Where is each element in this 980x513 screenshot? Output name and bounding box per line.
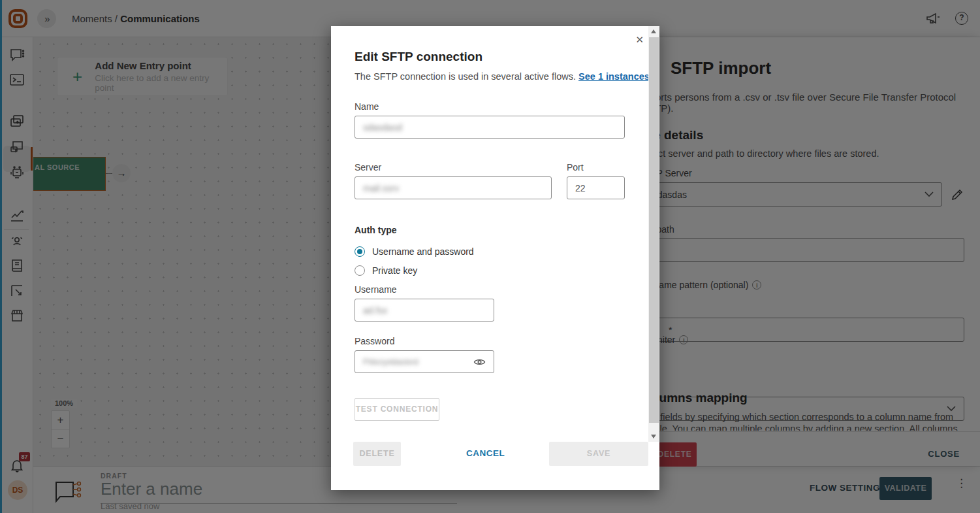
modal-subtitle: The SFTP connection is used in several a… <box>355 71 650 82</box>
scroll-down-arrow[interactable] <box>648 431 659 442</box>
auth-option-label: Private key <box>372 265 417 276</box>
auth-option-private-key[interactable]: Private key <box>355 265 417 276</box>
name-label: Name <box>355 101 379 112</box>
password-label: Password <box>355 336 394 346</box>
port-label: Port <box>567 162 584 173</box>
server-input[interactable]: mail.ssrv <box>355 176 552 199</box>
port-value: 22 <box>575 183 586 193</box>
username-value-redacted: ad.fsx <box>363 305 387 316</box>
edit-sftp-connection-modal: ✕ Edit SFTP connection The SFTP connecti… <box>331 26 659 490</box>
modal-save-button[interactable]: SAVE <box>549 442 648 466</box>
password-value-redacted: Fhbcryxldastxrd <box>363 357 419 367</box>
radio-unselected-icon[interactable] <box>355 265 365 276</box>
auth-type-label: Auth type <box>355 225 397 235</box>
username-label: Username <box>355 284 397 295</box>
see-instances-link[interactable]: See 1 instances <box>578 71 650 82</box>
name-value-redacted: sdasdasd <box>363 122 402 133</box>
modal-cancel-button[interactable]: CANCEL <box>466 448 505 458</box>
port-input[interactable]: 22 <box>567 176 625 199</box>
name-input[interactable]: sdasdasd <box>355 116 625 139</box>
username-input[interactable]: ad.fsx <box>355 299 494 322</box>
modal-title: Edit SFTP connection <box>355 50 482 64</box>
modal-scrollbar[interactable] <box>648 26 659 442</box>
modal-delete-button[interactable]: DELETE <box>353 442 401 466</box>
server-label: Server <box>355 162 381 173</box>
show-password-eye-icon[interactable] <box>473 357 486 367</box>
auth-option-username-password[interactable]: Username and password <box>355 246 474 257</box>
password-input[interactable]: Fhbcryxldastxrd <box>355 350 494 373</box>
server-value-redacted: mail.ssrv <box>363 183 399 193</box>
scrollbar-thumb[interactable] <box>649 37 659 423</box>
modal-footer: DELETE CANCEL SAVE <box>331 442 648 490</box>
test-connection-button[interactable]: TEST CONNECTION <box>355 398 439 421</box>
auth-option-label: Username and password <box>372 246 474 257</box>
close-icon[interactable]: ✕ <box>635 34 644 46</box>
radio-selected-icon[interactable] <box>355 246 365 257</box>
scroll-up-arrow[interactable] <box>648 26 659 37</box>
